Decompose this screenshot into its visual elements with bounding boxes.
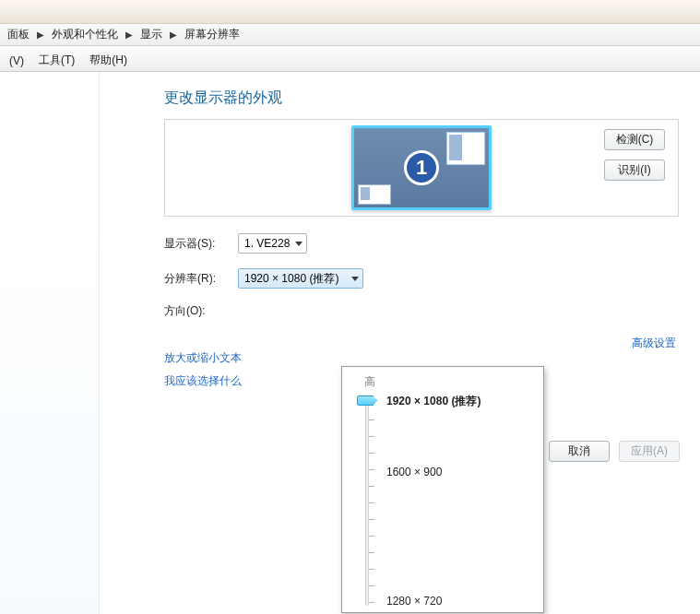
slider-high-label: 高 <box>364 374 536 390</box>
slider-tick <box>369 585 374 586</box>
resolution-combo-value: 1920 × 1080 (推荐) <box>244 271 338 287</box>
slider-tick <box>369 469 374 470</box>
breadcrumb: 面板 ▶ 外观和个性化 ▶ 显示 ▶ 屏幕分辨率 <box>0 24 700 46</box>
menu-tools[interactable]: 工具(T) <box>31 50 82 71</box>
resolution-dropdown-panel: 高 1920 × 1080 (推荐)1600 × 9001280 × 720 <box>341 366 544 613</box>
detect-button[interactable]: 检测(C) <box>604 129 665 150</box>
menu-bar: (V) 工具(T) 帮助(H) <box>0 50 700 72</box>
resolution-option[interactable]: 1600 × 900 <box>386 466 442 478</box>
breadcrumb-item[interactable]: 外观和个性化 <box>48 25 122 44</box>
display-combo[interactable]: 1. VE228 <box>238 233 307 254</box>
resolution-option[interactable]: 1920 × 1080 (推荐) <box>386 394 481 409</box>
taskbar-icon <box>358 184 391 205</box>
sidebar <box>0 72 100 614</box>
resolution-combo[interactable]: 1920 × 1080 (推荐) <box>238 268 363 289</box>
page-title: 更改显示器的外观 <box>164 89 683 108</box>
menu-view[interactable]: (V) <box>2 52 31 70</box>
slider-tick <box>369 519 374 520</box>
slider-tick <box>369 569 374 570</box>
slider-tick <box>369 552 374 553</box>
breadcrumb-item[interactable]: 面板 <box>4 25 33 44</box>
display-combo-value: 1. VE228 <box>244 237 290 250</box>
menu-help[interactable]: 帮助(H) <box>82 50 135 71</box>
chevron-right-icon: ▶ <box>122 30 136 40</box>
display-preview-panel: 1 检测(C) 识别(I) <box>164 119 679 217</box>
window-icon <box>446 132 485 165</box>
slider-tick <box>369 453 374 454</box>
resolution-label: 分辨率(R): <box>164 271 238 287</box>
magnify-text-link[interactable]: 放大或缩小文本 <box>164 350 683 366</box>
slider-tick <box>369 602 374 603</box>
cancel-button[interactable]: 取消 <box>549 441 610 462</box>
chevron-down-icon <box>295 242 303 246</box>
display-label: 显示器(S): <box>164 236 238 252</box>
slider-tick <box>369 436 374 437</box>
resolution-slider[interactable] <box>359 394 375 606</box>
monitor-number-badge: 1 <box>404 150 439 185</box>
slider-thumb[interactable] <box>357 396 377 406</box>
apply-button[interactable]: 应用(A) <box>619 441 680 462</box>
breadcrumb-item[interactable]: 屏幕分辨率 <box>181 25 243 44</box>
slider-tick <box>369 536 374 537</box>
slider-tick <box>369 419 374 420</box>
breadcrumb-item[interactable]: 显示 <box>136 25 166 44</box>
chevron-right-icon: ▶ <box>33 30 48 40</box>
chevron-down-icon <box>351 277 359 281</box>
orientation-label: 方向(O): <box>164 303 238 319</box>
slider-tick <box>369 486 374 487</box>
advanced-settings-link[interactable]: 高级设置 <box>632 336 676 351</box>
resolution-option[interactable]: 1280 × 720 <box>386 595 442 608</box>
chevron-right-icon: ▶ <box>166 30 181 40</box>
identify-button[interactable]: 识别(I) <box>604 159 665 181</box>
window-header <box>0 0 700 24</box>
slider-tick <box>369 502 374 503</box>
slider-tick <box>369 403 374 404</box>
monitor-thumbnail[interactable]: 1 <box>351 125 492 210</box>
